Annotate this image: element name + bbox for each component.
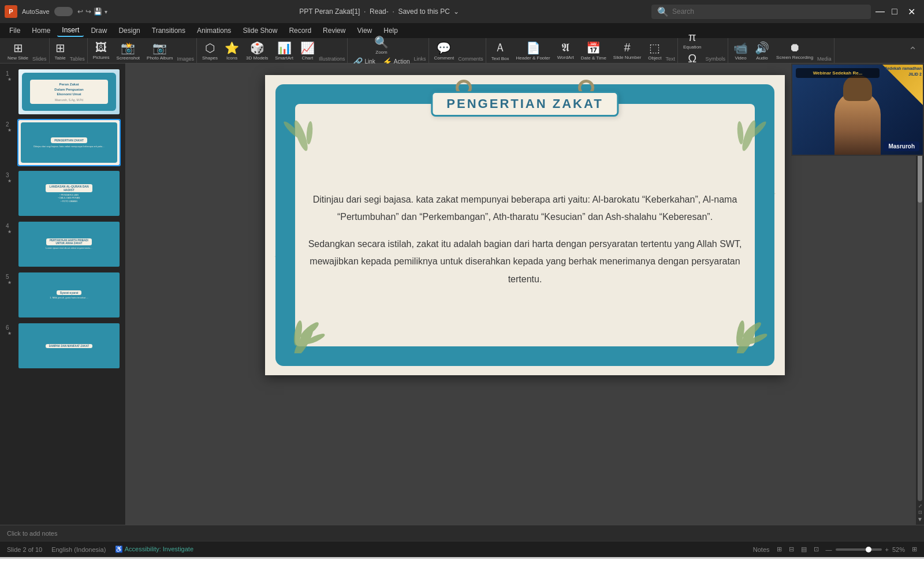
menu-transitions[interactable]: Transitions (147, 25, 190, 36)
table-button[interactable]: ⊞ Table (52, 40, 69, 62)
language: English (Indonesia) (51, 546, 106, 553)
customize-icon[interactable]: ▾ (105, 9, 107, 15)
zoom-button[interactable]: 🔍 Zoom (371, 34, 392, 56)
save-status: Saved to this PC (398, 8, 449, 16)
header-footer-label: Header & Footer (516, 55, 550, 61)
zoom-level[interactable]: 52% (892, 546, 905, 553)
slide-thumb-4[interactable]: 4 ★ PERTANYAAN HARTA PRIBADIUNTUK ARAH Z… (5, 221, 121, 268)
icons-label: Icons (226, 55, 237, 61)
zoom-label: Zoom (375, 50, 387, 55)
pictures-button[interactable]: 🖼 Pictures (90, 40, 113, 61)
menu-design[interactable]: Design (114, 25, 144, 36)
textbox-button[interactable]: Ａ Text Box (489, 39, 512, 62)
comment-button[interactable]: 💬 Comment (431, 40, 457, 62)
object-button[interactable]: ⬚ Object (645, 40, 664, 62)
models-3d-button[interactable]: 🎲 3D Models (243, 40, 271, 62)
save-icon[interactable]: 💾 (94, 8, 102, 16)
slide-1-thumbnail[interactable]: Peran ZakatDalam PenguatanEkonomi Umat M… (17, 68, 121, 115)
view-sorter-icon[interactable]: ⊟ (789, 546, 794, 553)
menu-insert[interactable]: Insert (57, 24, 84, 37)
view-normal-icon[interactable]: ⊞ (777, 546, 782, 553)
menu-draw[interactable]: Draw (86, 25, 111, 36)
notes-bar[interactable]: Click to add notes (0, 525, 924, 541)
slide-3-star: ★ (8, 178, 12, 184)
pictures-icon: 🖼 (95, 41, 107, 54)
view-reading-icon[interactable]: ▤ (801, 546, 807, 553)
collapse-ribbon-icon[interactable]: ⌃ (908, 44, 917, 57)
icons-button[interactable]: ⭐ Icons (222, 40, 242, 62)
notes-placeholder[interactable]: Click to add notes (7, 530, 57, 537)
video-webinar-title: Webinar Sedekah Re... (799, 70, 876, 76)
slide-2-thumbnail[interactable]: PENGERTIAN ZAKAT Ditinjau dari segi baja… (17, 119, 121, 166)
photo-album-button[interactable]: 📷 Photo Album (144, 40, 176, 62)
slide-thumb-3[interactable]: 3 ★ LANDASAN AL-QURAN DANHADIST • PENDAH… (5, 170, 121, 217)
wordart-icon: 𝕬 (561, 41, 569, 54)
slide-6-thumbnail[interactable]: DAMPAK DAN MANFAAT ZAKAT (17, 322, 121, 369)
screen-recording-button[interactable]: ⏺ Screen Recording (773, 40, 816, 61)
corner-brand-text: $edekah ramadhan JILID 2 (884, 66, 922, 77)
video-title-overlay: Webinar Sedekah Re... (796, 68, 880, 78)
menu-file[interactable]: File (5, 25, 25, 36)
maximize-icon[interactable]: □ (892, 6, 903, 17)
view-slideshow-icon[interactable]: ⊡ (814, 546, 819, 553)
slide-4-content: PERTANYAAN HARTA PRIBADIUNTUK ARAH ZAKAT… (18, 222, 120, 267)
slide-4-thumbnail[interactable]: PERTANYAAN HARTA PRIBADIUNTUK ARAH ZAKAT… (17, 221, 121, 268)
new-slide-button[interactable]: ⊞ New Slide (5, 40, 31, 62)
scroll-resize-icon: ⤢ (918, 503, 922, 509)
smartart-button[interactable]: 📊 SmartArt (272, 40, 296, 62)
zoom-out-icon[interactable]: — (826, 546, 832, 553)
ribbon-group-media: 📹 Video 🔊 Audio ⏺ Screen Recording Media (728, 38, 834, 63)
notes-button[interactable]: Notes (753, 546, 770, 553)
slide-thumb-6[interactable]: 6 ★ DAMPAK DAN MANFAAT ZAKAT (5, 322, 121, 369)
redo-icon[interactable]: ↪ (85, 8, 91, 16)
wordart-button[interactable]: 𝕬 WordArt (554, 40, 577, 61)
header-footer-button[interactable]: 📄 Header & Footer (513, 40, 553, 62)
slide-canvas[interactable]: ✦ ✦ ✦ ✦ ✦ ✦ ✦ (265, 75, 785, 375)
search-icon: 🔍 (657, 6, 669, 17)
equation-button[interactable]: π Equation (680, 29, 705, 51)
canvas-area[interactable]: ▲ ⤢ ⊡ ▼ ✦ ✦ ✦ ✦ ✦ ✦ ✦ (126, 64, 924, 525)
menu-home[interactable]: Home (27, 25, 55, 36)
photo-album-label: Photo Album (147, 55, 173, 61)
close-icon[interactable]: ✕ (908, 6, 919, 17)
models-3d-label: 3D Models (246, 55, 268, 61)
zoom-in-icon[interactable]: + (885, 546, 889, 553)
datetime-button[interactable]: 📅 Date & Time (578, 40, 609, 62)
slide-5-num: 5 (6, 274, 13, 280)
search-box[interactable]: 🔍 (651, 5, 871, 19)
slide-4-star: ★ (8, 229, 12, 234)
audio-button[interactable]: 🔊 Audio (752, 40, 772, 62)
fit-to-window-icon[interactable]: ⊞ (912, 546, 917, 553)
slide-panel[interactable]: 1 ★ Peran ZakatDalam PenguatanEkonomi Um… (0, 64, 126, 525)
accessibility-text[interactable]: Accessibility: Investigate (125, 546, 193, 552)
menu-record[interactable]: Record (284, 25, 316, 36)
menu-review[interactable]: Review (318, 25, 350, 36)
smartart-icon: 📊 (277, 41, 292, 55)
slide-number-button[interactable]: # Slide Number (610, 40, 644, 61)
symbols-group-label: Symbols (706, 56, 726, 63)
presenter-hijab (843, 75, 872, 101)
slide-1-star: ★ (8, 77, 12, 82)
menu-slideshow[interactable]: Slide Show (238, 25, 282, 36)
autosave-toggle[interactable] (54, 7, 73, 16)
menu-animations[interactable]: Animations (192, 25, 236, 36)
shapes-button[interactable]: ⬡ Shapes (199, 40, 221, 62)
zoom-slider[interactable] (836, 548, 882, 551)
header-footer-icon: 📄 (526, 41, 541, 55)
search-input[interactable] (672, 8, 865, 16)
tables-group-label: Tables (70, 56, 85, 63)
slide-thumb-5[interactable]: 5 ★ Syarat-syarat 1. Milik penuh, garta … (5, 271, 121, 319)
scroll-down-arrow[interactable]: ▼ (917, 516, 923, 522)
slide-thumb-1[interactable]: 1 ★ Peran ZakatDalam PenguatanEkonomi Um… (5, 68, 121, 115)
undo-icon[interactable]: ↩ (77, 8, 83, 16)
screenshot-button[interactable]: 📸 Screenshot (114, 40, 143, 62)
slide-thumb-2[interactable]: 2 ★ PENGERTIAN ZAKAT Ditinjau dari segi … (5, 119, 121, 166)
scroll-fit-icon: ⊡ (918, 510, 922, 515)
slide-3-thumbnail[interactable]: LANDASAN AL-QURAN DANHADIST • PENDAHULUA… (17, 170, 121, 217)
video-button[interactable]: 📹 Video (731, 40, 751, 62)
screen-recording-label: Screen Recording (776, 55, 813, 60)
minimize-icon[interactable]: — (875, 6, 887, 17)
chart-button[interactable]: 📈 Chart (297, 40, 318, 62)
slide-5-thumbnail[interactable]: Syarat-syarat 1. Milik penuh, garta hart… (17, 271, 121, 319)
ribbon-group-comments: 💬 Comment Comments (429, 38, 486, 63)
